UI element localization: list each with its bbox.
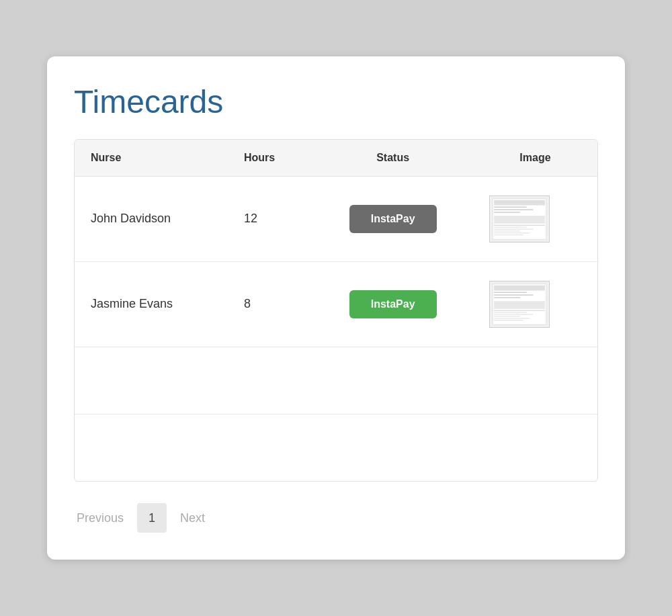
svg-rect-16 xyxy=(494,292,527,292)
svg-rect-24 xyxy=(494,318,530,318)
svg-rect-15 xyxy=(494,285,545,291)
timecard-thumbnail-john xyxy=(489,195,550,243)
nurse-name: Jasmine Evans xyxy=(75,261,228,347)
timecards-table-container: Nurse Hours Status Image John Davidson 1… xyxy=(74,139,598,482)
table-row: John Davidson 12 InstaPay xyxy=(75,176,597,261)
table-header-row: Nurse Hours Status Image xyxy=(75,140,597,177)
svg-rect-8 xyxy=(494,226,527,227)
col-header-status: Status xyxy=(312,140,473,177)
empty-row-1 xyxy=(75,347,597,414)
svg-rect-23 xyxy=(494,316,520,316)
timecard-svg-jasmine xyxy=(490,281,549,327)
svg-rect-17 xyxy=(494,294,533,295)
nurse-hours: 12 xyxy=(228,176,312,261)
svg-rect-21 xyxy=(494,312,527,312)
instapay-status-cell: InstaPay xyxy=(312,176,473,261)
svg-rect-20 xyxy=(494,310,545,310)
svg-rect-19 xyxy=(494,301,545,309)
timecard-thumbnail-jasmine xyxy=(489,281,550,328)
col-header-image: Image xyxy=(473,140,597,177)
svg-rect-11 xyxy=(494,232,530,233)
main-card: Timecards Nurse Hours Status Image John … xyxy=(47,56,625,560)
empty-row-2 xyxy=(75,414,597,481)
next-button[interactable]: Next xyxy=(177,506,208,531)
svg-rect-4 xyxy=(494,209,533,210)
table-row: Jasmine Evans 8 InstaPay xyxy=(75,261,597,347)
col-header-nurse: Nurse xyxy=(75,140,228,177)
pagination: Previous 1 Next xyxy=(74,503,598,533)
instapay-button-jasmine[interactable]: InstaPay xyxy=(349,290,437,318)
timecard-image-cell-jasmine xyxy=(473,261,597,347)
previous-button[interactable]: Previous xyxy=(74,506,126,531)
svg-rect-10 xyxy=(494,230,520,231)
page-number-button[interactable]: 1 xyxy=(137,503,167,533)
page-title: Timecards xyxy=(74,83,598,120)
svg-rect-7 xyxy=(494,224,545,225)
svg-rect-6 xyxy=(494,216,545,224)
svg-rect-2 xyxy=(494,200,545,206)
timecard-image-cell-john xyxy=(473,176,597,261)
svg-rect-18 xyxy=(494,297,520,298)
timecards-table: Nurse Hours Status Image John Davidson 1… xyxy=(75,140,597,482)
instapay-status-cell: InstaPay xyxy=(312,261,473,347)
empty-cell xyxy=(75,347,597,414)
timecard-svg-john xyxy=(490,196,549,242)
svg-rect-22 xyxy=(494,314,533,314)
instapay-button-john[interactable]: InstaPay xyxy=(349,205,437,233)
svg-rect-12 xyxy=(494,234,523,235)
svg-rect-9 xyxy=(494,228,533,229)
svg-rect-5 xyxy=(494,212,520,212)
empty-cell xyxy=(75,414,597,481)
col-header-hours: Hours xyxy=(228,140,312,177)
svg-rect-3 xyxy=(494,206,527,207)
nurse-hours: 8 xyxy=(228,261,312,347)
svg-rect-25 xyxy=(494,320,523,320)
nurse-name: John Davidson xyxy=(75,176,228,261)
